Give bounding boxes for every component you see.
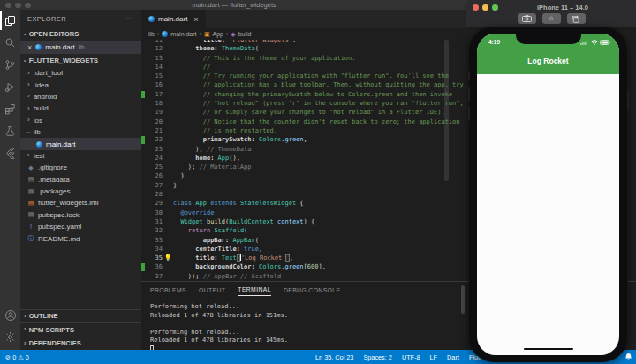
activity-search-icon[interactable] — [0, 32, 20, 54]
tree-item-label: .metadata — [38, 176, 70, 184]
line-number: 17 — [145, 90, 163, 99]
code-text: // changing the primarySwatch below to C… — [173, 90, 452, 99]
gutter-glyph — [163, 199, 173, 208]
breadcrumb-item[interactable]: App — [213, 31, 223, 37]
code-text: backgroundColor: Colors.green[600], — [173, 262, 326, 271]
gutter-glyph — [163, 245, 173, 254]
editor-scrollbar[interactable] — [444, 40, 449, 181]
section-outline[interactable]: ›OUTLINE — [20, 309, 141, 323]
status-item-dart[interactable]: Dart — [447, 353, 459, 361]
section-label: DEPENDENCIES — [29, 339, 81, 347]
activity-source-control-icon[interactable] — [0, 54, 20, 76]
section-npm-scripts[interactable]: ›NPM SCRIPTS — [20, 322, 141, 337]
code-text: } — [173, 171, 185, 180]
warnings-icon: ⚠ — [18, 353, 24, 361]
code-text: @override — [173, 209, 214, 217]
home-indicator[interactable] — [524, 348, 573, 351]
activity-extensions-icon[interactable] — [0, 98, 20, 120]
tree-item--gitignore[interactable]: ◆.gitignore — [20, 162, 141, 173]
status-item-lf[interactable]: LF — [430, 353, 438, 361]
close-icon[interactable]: × — [27, 43, 32, 52]
breadcrumb-item[interactable]: main.dart — [170, 31, 196, 37]
window-title: main.dart — flutter_widegets — [0, 1, 468, 9]
simulator-titlebar[interactable]: iPhone 11 – 14.0 ⌂ — [466, 0, 636, 27]
project-section[interactable]: › FLUTTER_WIDEGETS — [20, 54, 141, 67]
activity-run-debug-icon[interactable] — [0, 76, 20, 98]
code-text: } — [173, 181, 177, 190]
status-item-ln[interactable]: Ln 35, Col 23 — [315, 353, 353, 361]
code-text: centerTitle: true, — [173, 245, 262, 254]
line-number: 32 — [145, 226, 163, 235]
gutter-glyph — [163, 63, 173, 72]
tree-item-label: .gitignore — [38, 163, 67, 171]
code-text: title: Text('Log Rocket'), — [173, 254, 293, 262]
open-editors-section[interactable]: › OPEN EDITORS — [20, 27, 141, 41]
tree-item-readme-md[interactable]: ⓘREADME.md — [20, 232, 141, 244]
activity-settings-gear-icon[interactable] — [0, 326, 20, 348]
activity-flutter-icon[interactable] — [0, 142, 20, 164]
gutter-glyph — [163, 272, 173, 281]
panel-tab-debug-console[interactable]: DEBUG CONSOLE — [284, 284, 341, 296]
panel-scrollbar[interactable] — [461, 285, 465, 314]
tree-item-flutter-widegets-iml[interactable]: ▤flutter_widegets.iml — [20, 197, 141, 209]
tree-item-ios[interactable]: ›ios — [20, 115, 141, 126]
lightbulb-icon: 💡 — [163, 254, 173, 262]
tree-item-lib[interactable]: ›lib — [20, 126, 141, 138]
open-editor-main-dart[interactable]: × main.dart lib — [20, 41, 141, 54]
breadcrumb-separator-icon: › — [157, 31, 159, 37]
section-dependencies[interactable]: ›DEPENDENCIES — [20, 337, 141, 351]
rotate-icon[interactable] — [567, 13, 586, 24]
gutter-glyph — [163, 163, 173, 171]
tree-item--metadata[interactable]: ▤.metadata — [20, 174, 141, 186]
tree-item-android[interactable]: ›android — [20, 91, 141, 102]
gutter-glyph — [163, 90, 173, 99]
chevron-right-icon: › — [27, 69, 30, 76]
line-number: 18 — [145, 99, 163, 108]
status-item-spaces[interactable]: Spaces: 2 — [363, 353, 391, 361]
minimize-window-icon[interactable] — [482, 4, 488, 11]
tree-item--dart-tool[interactable]: ›.dart_tool — [20, 67, 141, 79]
tree-item-test[interactable]: ›test — [20, 150, 141, 162]
close-tab-icon[interactable]: × — [193, 15, 198, 24]
panel-tab-problems[interactable]: PROBLEMS — [150, 284, 186, 296]
activity-files-icon[interactable] — [0, 10, 20, 32]
tree-item-pubspec-yaml[interactable]: !pubspec.yaml — [20, 221, 141, 232]
line-number: 15 — [145, 72, 163, 80]
activity-bar — [0, 10, 20, 350]
breadcrumb-item[interactable]: lib — [148, 31, 155, 37]
breadcrumb-separator-icon: › — [200, 31, 201, 37]
gutter-glyph — [163, 108, 173, 117]
problems-status[interactable]: ⊘ 0 ⚠ 0 — [5, 353, 29, 361]
ios-simulator-window: iPhone 11 – 14.0 ⌂ 4:19 — [466, 0, 636, 364]
line-number: 26 — [145, 171, 163, 180]
tab-main-dart[interactable]: main.dart × — [141, 10, 207, 28]
status-item-utf-8[interactable]: UTF-8 — [402, 353, 420, 361]
panel-tab-terminal[interactable]: TERMINAL — [238, 284, 271, 296]
tree-item--idea[interactable]: ›.idea — [20, 79, 141, 90]
activity-test-beaker-icon[interactable] — [0, 120, 20, 142]
gutter-glyph — [163, 135, 173, 144]
panel-tab-output[interactable]: OUTPUT — [199, 284, 225, 296]
tree-item-label: .packages — [38, 187, 70, 195]
activity-account-icon[interactable] — [0, 304, 20, 326]
breadcrumb-item[interactable]: build — [238, 31, 252, 37]
code-text: // — [173, 63, 210, 72]
iphone-device-frame: 4:19 Log Rocket — [469, 27, 627, 362]
tree-item-build[interactable]: ›build — [20, 102, 141, 114]
line-number: 14 — [145, 63, 163, 72]
tree-item-main-dart[interactable]: main.dart — [20, 138, 141, 149]
close-window-icon[interactable] — [473, 4, 479, 11]
more-actions-icon[interactable]: ⋯ — [125, 14, 134, 23]
file-type-icon: ! — [27, 224, 34, 230]
screenshot-camera-icon[interactable] — [518, 13, 536, 24]
phone-screen[interactable]: 4:19 Log Rocket — [477, 34, 619, 355]
chevron-right-icon: › — [27, 81, 30, 88]
gutter-glyph — [163, 145, 173, 154]
home-icon[interactable]: ⌂ — [542, 13, 561, 24]
tree-item--packages[interactable]: ▤.packages — [20, 186, 141, 197]
code-text: Widget build(BuildContext context) { — [173, 217, 314, 226]
code-text: // is not restarted. — [173, 126, 277, 135]
tree-item-pubspec-lock[interactable]: ▤pubspec.lock — [20, 209, 141, 221]
tree-item-label: .idea — [34, 81, 49, 89]
gutter-glyph — [163, 99, 173, 108]
